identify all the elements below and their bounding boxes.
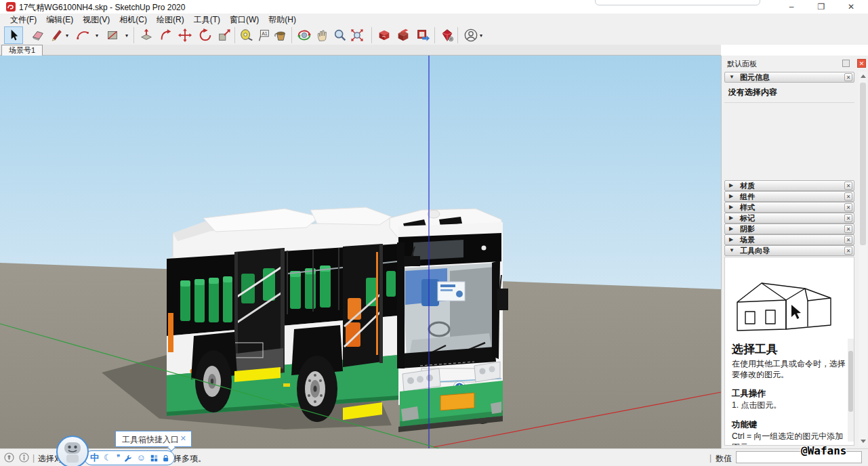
section-close-icon[interactable]: ✕ xyxy=(844,73,852,81)
eraser-tool-button[interactable] xyxy=(28,26,47,44)
text-tool-button[interactable]: A1 xyxy=(254,26,273,44)
sketchup-logo-icon xyxy=(6,2,16,12)
menu-tools[interactable]: 工具(T) xyxy=(189,14,225,26)
rectangle-tool-button[interactable] xyxy=(103,26,122,44)
close-button[interactable]: ✕ xyxy=(836,0,866,14)
geolocation-icon[interactable] xyxy=(4,452,14,463)
account-button[interactable] xyxy=(461,26,480,44)
rotate-tool-button[interactable] xyxy=(196,26,215,44)
section-entity-info[interactable]: ▼ 图元信息 ✕ xyxy=(724,72,854,83)
ime-toolbar: 中 ☾ ’’ ☺ xyxy=(84,450,175,465)
zoom-extents-icon xyxy=(350,28,365,43)
section-close-icon[interactable]: ✕ xyxy=(844,225,852,233)
credits-icon[interactable] xyxy=(19,452,29,463)
bus-model xyxy=(167,207,508,432)
section-instructor[interactable]: ▼ 工具向导 ✕ xyxy=(724,245,854,256)
divider xyxy=(724,102,854,103)
arc-tool-button[interactable] xyxy=(73,26,92,44)
instructor-operation-heading: 工具操作 xyxy=(732,388,847,400)
panel-scrollbar[interactable] xyxy=(859,72,867,446)
rectangle-tool-caret[interactable]: ▾ xyxy=(125,33,131,39)
menu-draw[interactable]: 绘图(R) xyxy=(152,14,189,26)
instructor-body: 选择工具 在使用其他工具或命令时，选择要修改的图元。 工具操作 1. 点击图元。… xyxy=(724,257,854,446)
section-shadows[interactable]: ▶ 阴影 ✕ xyxy=(724,224,854,234)
eraser-icon xyxy=(30,28,45,43)
chevron-right-icon: ▶ xyxy=(729,204,733,210)
lock-icon[interactable] xyxy=(163,454,169,463)
move-tool-button[interactable] xyxy=(175,26,194,44)
pan-tool-button[interactable] xyxy=(313,26,332,44)
paint-bucket-tool-button[interactable] xyxy=(271,26,290,44)
3d-warehouse-icon xyxy=(377,28,392,43)
instructor-scrollbar[interactable] xyxy=(848,339,854,442)
instructor-keys-line: Ctrl = 向一组选定的图元中添加图元 xyxy=(732,431,847,446)
3d-warehouse-button[interactable] xyxy=(375,26,394,44)
scroll-down-icon[interactable] xyxy=(859,437,867,446)
chevron-right-icon: ▶ xyxy=(729,226,733,232)
emoji-icon[interactable]: ☺ xyxy=(136,451,145,465)
section-close-icon[interactable]: ✕ xyxy=(844,214,852,222)
model-viewport[interactable] xyxy=(0,56,721,448)
paint-bucket-icon xyxy=(273,28,288,43)
section-close-icon[interactable]: ✕ xyxy=(844,182,852,190)
tray-title-bar[interactable]: 默认面板 ✕ xyxy=(722,57,868,70)
text-icon: A1 xyxy=(256,28,271,43)
viewport-scene xyxy=(0,56,721,448)
orbit-tool-button[interactable] xyxy=(295,26,314,44)
grid-icon[interactable] xyxy=(150,454,158,463)
section-styles[interactable]: ▶ 样式 ✕ xyxy=(724,202,854,213)
tray-close-button[interactable]: ✕ xyxy=(857,59,866,68)
toolbar-divider xyxy=(133,27,134,43)
section-close-icon[interactable]: ✕ xyxy=(844,203,852,211)
line-tool-caret[interactable]: ▾ xyxy=(66,33,71,39)
instructor-operation-step: 1. 点击图元。 xyxy=(732,400,847,410)
section-components[interactable]: ▶ 组件 ✕ xyxy=(724,191,854,202)
ime-mode-button[interactable]: 中 xyxy=(90,451,99,465)
menu-view[interactable]: 视图(V) xyxy=(78,14,115,26)
punctuation-button[interactable]: ’’ xyxy=(117,451,120,465)
restore-button[interactable]: ❐ xyxy=(806,0,836,14)
section-close-icon[interactable]: ✕ xyxy=(844,192,852,200)
extension-warehouse-button[interactable] xyxy=(394,26,413,44)
toolbar-divider xyxy=(291,27,292,43)
minimize-button[interactable]: – xyxy=(777,0,806,14)
section-scenes[interactable]: ▶ 场景 ✕ xyxy=(724,234,854,245)
menu-window[interactable]: 窗口(W) xyxy=(225,14,264,26)
tape-measure-tool-button[interactable] xyxy=(237,26,256,44)
select-tool-button[interactable] xyxy=(4,26,23,44)
send-to-layout-button[interactable] xyxy=(413,26,432,44)
move-icon xyxy=(178,28,192,43)
account-caret[interactable]: ▾ xyxy=(480,33,485,39)
section-materials[interactable]: ▶ 材质 ✕ xyxy=(724,180,854,191)
menu-help[interactable]: 帮助(H) xyxy=(264,14,301,26)
bus-front-face xyxy=(397,222,508,432)
arc-tool-caret[interactable]: ▾ xyxy=(96,33,101,39)
scale-tool-button[interactable] xyxy=(215,26,234,44)
menu-file[interactable]: 文件(F) xyxy=(5,14,41,26)
status-hint-right: 择多项。 xyxy=(173,453,206,465)
default-tray-panel: 默认面板 ✕ ▼ 图元信息 ✕ 没有选择内容 ▶ 材质 ✕ ▶ 组件 ✕ ▶ 样… xyxy=(721,56,868,448)
robot-face-icon xyxy=(58,437,87,466)
assistant-robot-icon[interactable] xyxy=(56,436,89,466)
zoom-extents-tool-button[interactable] xyxy=(348,26,367,44)
menu-edit[interactable]: 编辑(E) xyxy=(41,14,78,26)
section-tags[interactable]: ▶ 标记 ✕ xyxy=(724,213,854,224)
scroll-up-icon[interactable] xyxy=(859,72,867,81)
section-close-icon[interactable]: ✕ xyxy=(844,247,852,255)
arc-icon xyxy=(75,28,90,43)
pin-icon[interactable] xyxy=(842,60,850,67)
scene-tab[interactable]: 场景号1 xyxy=(1,45,43,56)
push-pull-tool-button[interactable] xyxy=(137,26,156,44)
toolbox-shortcut-tooltip: 工具箱快捷入口 ✕ xyxy=(115,431,192,447)
scrollbar-thumb[interactable] xyxy=(860,83,866,245)
wrench-icon[interactable] xyxy=(124,454,131,463)
follow-me-icon xyxy=(159,28,173,43)
extension-manager-button[interactable] xyxy=(438,26,457,44)
menu-camera[interactable]: 相机(C) xyxy=(115,14,152,26)
line-tool-button[interactable] xyxy=(47,26,66,44)
tooltip-close-icon[interactable]: ✕ xyxy=(180,434,186,443)
follow-me-tool-button[interactable] xyxy=(157,26,175,44)
section-close-icon[interactable]: ✕ xyxy=(844,236,852,244)
moon-icon[interactable]: ☾ xyxy=(104,451,112,465)
zoom-tool-button[interactable] xyxy=(331,26,350,44)
